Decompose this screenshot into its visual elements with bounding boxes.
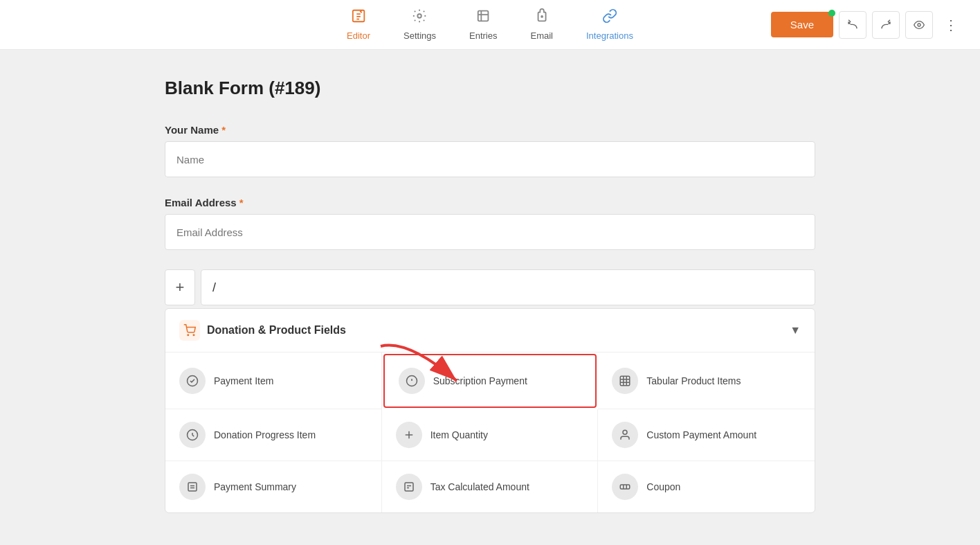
field-item-payment-item[interactable]: Payment Item [165, 352, 382, 409]
svg-rect-15 [621, 376, 630, 386]
subscription-payment-label: Subscription Payment [433, 375, 527, 386]
status-dot [828, 10, 835, 17]
panel-chevron-icon[interactable]: ▼ [790, 324, 801, 337]
email-label: Email Address * [165, 197, 815, 208]
email-required: * [239, 197, 244, 208]
tab-email-label: Email [530, 30, 553, 41]
nav-right: Save ⋮ [771, 11, 963, 39]
nav-tabs: Editor Settings Entries [344, 3, 636, 46]
svg-point-4 [418, 14, 422, 18]
payment-item-icon [179, 368, 206, 394]
svg-rect-23 [188, 483, 197, 491]
fields-grid: Payment Item Subscription Payment [165, 352, 815, 512]
fields-panel-title: Donation & Product Fields [179, 320, 346, 341]
email-input[interactable] [165, 214, 815, 250]
tax-calculated-amount-icon [396, 474, 422, 500]
svg-rect-5 [478, 11, 489, 21]
name-label: Your Name * [165, 124, 815, 136]
top-nav: Editor Settings Entries [0, 0, 980, 50]
main-content: Blank Form (#189) Your Name * Email Addr… [109, 50, 871, 541]
field-item-tabular-product-items[interactable]: Tabular Product Items [598, 352, 815, 409]
svg-point-22 [623, 430, 627, 434]
custom-payment-amount-label: Custom Payment Amount [646, 429, 756, 440]
item-quantity-icon [396, 422, 422, 448]
save-button[interactable]: Save [771, 12, 833, 37]
field-item-item-quantity[interactable]: Item Quantity [382, 409, 599, 461]
preview-button[interactable] [905, 11, 933, 39]
donation-progress-item-icon [179, 422, 206, 448]
editor-icon [351, 8, 366, 28]
svg-point-8 [541, 16, 543, 17]
field-item-donation-progress-item[interactable]: Donation Progress Item [165, 409, 382, 461]
donation-progress-item-label: Donation Progress Item [214, 429, 316, 440]
tabular-product-items-icon [612, 368, 638, 394]
field-item-tax-calculated-amount[interactable]: Tax Calculated Amount [382, 461, 599, 512]
coupon-label: Coupon [646, 481, 680, 492]
custom-payment-amount-icon [612, 422, 638, 448]
name-field-group: Your Name * [165, 124, 815, 177]
page-title: Blank Form (#189) [165, 78, 815, 99]
integrations-icon [602, 8, 617, 28]
tab-email[interactable]: Email [527, 3, 556, 46]
redo-button[interactable] [872, 11, 900, 39]
add-field-row: + [165, 269, 815, 305]
payment-summary-icon [179, 474, 206, 500]
svg-point-10 [188, 334, 189, 336]
svg-point-9 [918, 24, 920, 26]
payment-summary-label: Payment Summary [214, 481, 296, 492]
settings-icon [412, 8, 428, 28]
svg-rect-29 [621, 485, 630, 489]
undo-button[interactable] [839, 11, 866, 39]
tab-editor[interactable]: Editor [344, 3, 373, 46]
tab-integrations[interactable]: Integrations [583, 3, 636, 46]
field-item-subscription-payment[interactable]: Subscription Payment [383, 354, 597, 408]
fields-panel-header: Donation & Product Fields ▼ [165, 309, 815, 352]
item-quantity-label: Item Quantity [430, 429, 488, 440]
tab-integrations-label: Integrations [586, 30, 633, 41]
payment-item-label: Payment Item [214, 375, 273, 386]
svg-point-11 [193, 334, 194, 336]
tab-settings[interactable]: Settings [401, 3, 439, 46]
add-field-button[interactable]: + [165, 269, 195, 305]
subscription-payment-icon [399, 368, 425, 394]
field-item-payment-summary[interactable]: Payment Summary [165, 461, 382, 512]
email-field-group: Email Address * [165, 197, 815, 250]
svg-rect-26 [405, 483, 413, 491]
tab-editor-label: Editor [347, 30, 370, 41]
name-required: * [221, 124, 226, 136]
tab-settings-label: Settings [403, 30, 436, 41]
entries-icon [475, 8, 491, 28]
field-item-coupon[interactable]: Coupon [598, 461, 815, 512]
panel-title-text: Donation & Product Fields [207, 324, 346, 337]
tab-entries[interactable]: Entries [466, 3, 500, 46]
coupon-icon [612, 474, 638, 500]
fields-panel: Donation & Product Fields ▼ Payment Item [165, 308, 815, 513]
tabular-product-items-label: Tabular Product Items [646, 375, 741, 386]
field-item-custom-payment-amount[interactable]: Custom Payment Amount [598, 409, 815, 461]
email-icon [534, 8, 550, 28]
tab-entries-label: Entries [469, 30, 497, 41]
panel-title-icon [179, 320, 200, 341]
tax-calculated-amount-label: Tax Calculated Amount [430, 481, 529, 492]
slash-command-input[interactable] [201, 269, 815, 305]
more-options-button[interactable]: ⋮ [938, 14, 963, 36]
name-input[interactable] [165, 141, 815, 177]
